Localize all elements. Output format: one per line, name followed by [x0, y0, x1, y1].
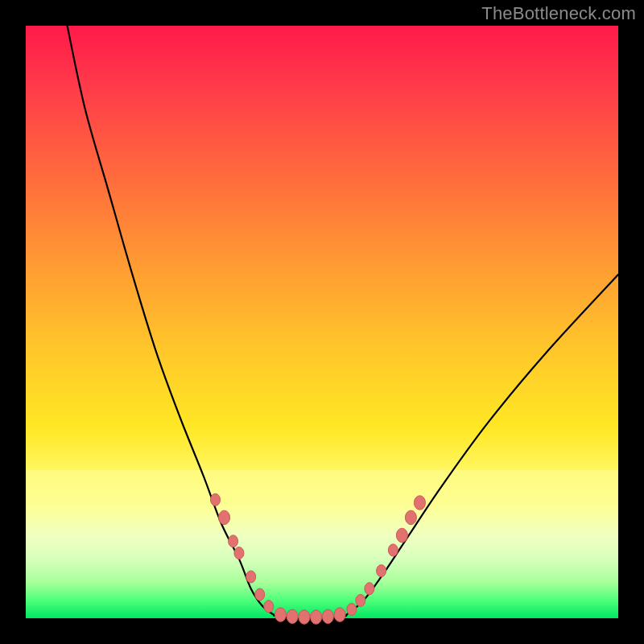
curve-marker — [377, 565, 386, 577]
curve-marker — [219, 510, 230, 525]
plot-area — [26, 26, 618, 618]
curve-marker — [287, 609, 298, 624]
curve-marker — [356, 594, 365, 606]
watermark-text: TheBottleneck.com — [481, 3, 636, 24]
curve-marker — [322, 609, 333, 624]
curve-marker — [275, 608, 286, 622]
curve-marker — [211, 493, 221, 506]
bottleneck-curve-svg — [26, 26, 618, 618]
curve-marker — [347, 603, 357, 615]
curve-marker — [414, 496, 425, 510]
curve-marker — [246, 571, 256, 583]
curve-marker — [405, 510, 416, 525]
curve-marker — [388, 544, 398, 556]
curve-marker — [255, 588, 265, 601]
curve-marker — [229, 535, 238, 547]
curve-marker — [365, 583, 374, 595]
chart-frame: TheBottleneck.com — [0, 0, 644, 644]
bottleneck-curve — [68, 26, 618, 618]
curve-marker — [264, 601, 274, 613]
curve-marker — [234, 547, 244, 559]
curve-marker — [311, 610, 322, 625]
curve-marker — [396, 528, 407, 543]
curve-marker — [334, 608, 345, 622]
curve-marker — [299, 610, 310, 625]
